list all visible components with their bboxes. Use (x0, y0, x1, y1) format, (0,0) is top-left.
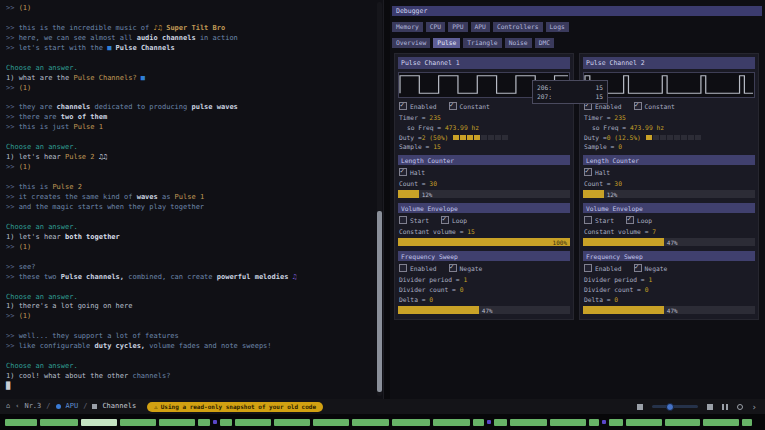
checkbox-label: Loop (637, 217, 652, 224)
start-checkbox[interactable]: Start (399, 216, 429, 224)
negate-checkbox[interactable]: Negate (634, 264, 668, 272)
timeline-segment[interactable] (274, 419, 310, 426)
timeline-segment[interactable] (609, 419, 623, 426)
timeline-segment[interactable] (626, 419, 662, 426)
timeline-segment[interactable] (235, 419, 271, 426)
terminal-text: this is the incredible music of (19, 24, 154, 32)
timeline-segment[interactable] (494, 419, 507, 426)
timeline-segment[interactable] (198, 419, 210, 426)
tab-controllers[interactable]: Controllers (493, 22, 543, 32)
stop-button[interactable] (707, 404, 713, 410)
field-label: Divider count = (584, 286, 641, 293)
speaker-icon[interactable] (637, 404, 643, 410)
volume-knob[interactable] (666, 403, 674, 411)
checkbox-label: Start (595, 217, 614, 224)
timeline-segment[interactable] (703, 419, 739, 426)
back-icon[interactable]: ‹ (15, 399, 19, 414)
duty-cell (688, 135, 694, 140)
tab-logs[interactable]: Logs (546, 22, 569, 32)
sweep-enabled-checkbox[interactable]: Enabled (584, 264, 622, 272)
checkbox-box (399, 168, 407, 176)
timeline-marker-dot[interactable] (213, 420, 217, 424)
timeline-segment[interactable] (550, 419, 586, 426)
start-checkbox[interactable]: Start (584, 216, 614, 224)
subtab-overview[interactable]: Overview (392, 38, 430, 48)
constant-checkbox[interactable]: Constant (634, 102, 675, 110)
timeline-segment[interactable] (159, 419, 195, 426)
terminal-text: and the magic starts when they play toge… (19, 203, 204, 211)
constant-checkbox[interactable]: Constant (449, 102, 490, 110)
field-row: Constant volume = 15 (399, 228, 570, 235)
timeline-segment[interactable] (473, 419, 484, 426)
next-icon[interactable]: › (752, 403, 757, 411)
field-label: Constant volume = (584, 228, 648, 235)
checkbox-label: Halt (595, 169, 610, 176)
loop-checkbox[interactable]: Loop (441, 216, 467, 224)
loop-checkbox[interactable]: Loop (626, 216, 652, 224)
timeline-segment[interactable] (120, 419, 156, 426)
timeline-segment[interactable] (40, 419, 78, 426)
terminal-text: both together (65, 233, 120, 241)
tab-memory[interactable]: Memory (392, 22, 423, 32)
negate-checkbox[interactable]: Negate (449, 264, 483, 272)
timeline-marker-dot[interactable] (602, 420, 606, 424)
tab-ppu[interactable]: PPU (448, 22, 467, 32)
terminal-line[interactable]: 1) let's hear both together (6, 233, 373, 243)
terminal-line[interactable]: 1) let's hear Pulse 2 ♫♫ (6, 153, 373, 163)
timeline-segment[interactable] (510, 419, 547, 426)
timeline-segment[interactable] (313, 419, 349, 426)
timeline-segment[interactable] (5, 419, 37, 426)
checkbox-label: Loop (452, 217, 467, 224)
timeline-segment[interactable] (220, 419, 232, 426)
timeline-segment[interactable] (392, 419, 430, 426)
sweep-enabled-checkbox[interactable]: Enabled (399, 264, 437, 272)
breadcrumb-apu[interactable]: APU (66, 399, 79, 414)
timeline-segment[interactable] (589, 419, 599, 426)
tab-cpu[interactable]: CPU (426, 22, 445, 32)
channels-icon (92, 404, 97, 409)
timeline-segment[interactable] (352, 419, 389, 426)
terminal-text: >> (6, 263, 19, 271)
field-label: Count = (399, 180, 426, 187)
field-value: 30 (429, 180, 437, 187)
field-value: 0 (429, 296, 433, 303)
breadcrumb-channels[interactable]: Channels (102, 399, 136, 414)
subtab-dmc[interactable]: DMC (535, 38, 554, 48)
duty-cell (695, 135, 701, 140)
duty-cell (674, 135, 680, 140)
terminal-text: this is (19, 183, 53, 191)
subtab-triangle[interactable]: Triangle (463, 38, 501, 48)
pause-button[interactable] (722, 404, 728, 410)
checkbox-box (584, 264, 592, 272)
terminal-line[interactable]: 1) what are the Pulse Channels? ■ (6, 74, 373, 84)
timeline-segment[interactable] (665, 419, 700, 426)
scrollbar-thumb[interactable] (377, 211, 382, 392)
terminal-line: >> there are two of them (6, 113, 373, 123)
tab-apu[interactable]: APU (471, 22, 490, 32)
breadcrumb-location[interactable]: Nr.3 (24, 399, 41, 414)
debugger-pane: Debugger MemoryCPUPPUAPUControllersLogs … (390, 0, 765, 399)
field-value: 0 (614, 296, 618, 303)
timeline-current-segment[interactable] (81, 419, 117, 426)
subtab-pulse[interactable]: Pulse (433, 38, 460, 48)
timeline-segment[interactable] (742, 419, 752, 426)
terminal-line[interactable]: 1) there's a lot going on here (6, 302, 373, 312)
record-button[interactable] (737, 404, 743, 410)
timeline-segment[interactable] (433, 419, 470, 426)
subtab-noise[interactable]: Noise (505, 38, 532, 48)
enabled-checkbox[interactable]: Enabled (399, 102, 437, 110)
halt-checkbox[interactable]: Halt (584, 168, 610, 176)
checkbox-label: Enabled (410, 103, 437, 110)
checkbox-label: Constant (645, 103, 675, 110)
halt-checkbox[interactable]: Halt (399, 168, 425, 176)
terminal-line[interactable]: 1) cool! what about the other channels? (6, 372, 373, 382)
volume-slider[interactable] (652, 405, 698, 408)
terminal-text: two of them (61, 113, 107, 121)
terminal-line: >> here, we can see almost all audio cha… (6, 34, 373, 44)
home-icon[interactable]: ⌂ (6, 399, 10, 414)
timeline-marker-dot[interactable] (487, 420, 491, 424)
terminal-line (6, 283, 373, 293)
bar-fill (398, 306, 479, 314)
terminal-scrollbar[interactable] (377, 2, 382, 396)
terminal-text: >> (6, 123, 19, 131)
